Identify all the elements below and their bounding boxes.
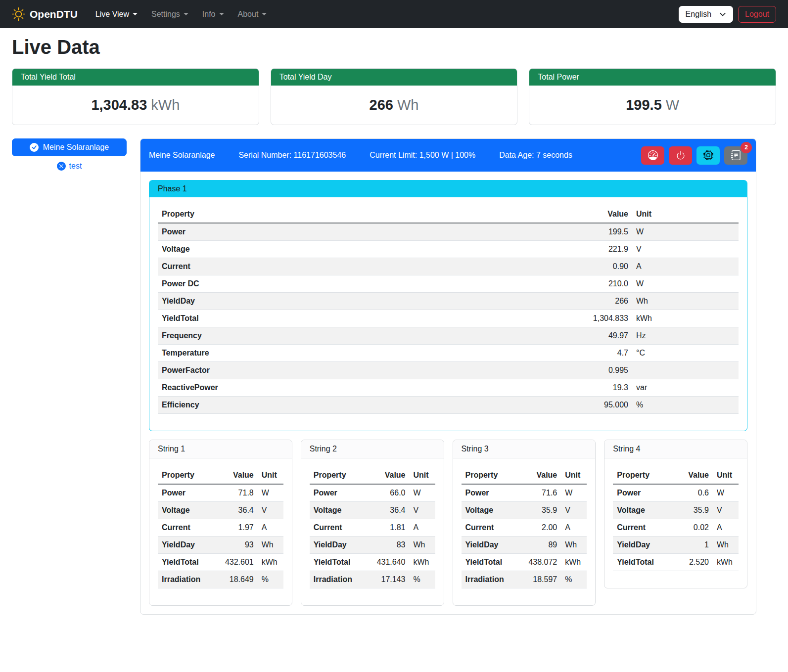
event-log-button[interactable]: 2: [724, 146, 747, 165]
property-cell: Current: [158, 258, 568, 275]
inverter-select-label: Meine Solaranlage: [43, 143, 109, 152]
brand-link[interactable]: OpenDTU: [12, 7, 78, 21]
dropdown-caret-icon: [184, 13, 188, 15]
summary-card-unit: kWh: [151, 97, 180, 113]
nav-item-info[interactable]: Info: [195, 6, 231, 23]
inverter-select-button-selected[interactable]: Meine Solaranlage: [12, 138, 127, 156]
value-cell: 36.4: [212, 502, 258, 519]
unit-cell: W: [258, 484, 283, 502]
cpu-icon: [703, 150, 713, 160]
speedometer-icon: [648, 150, 658, 160]
summary-card-unit: Wh: [397, 97, 419, 113]
table-row: Efficiency 95.000 %: [158, 397, 739, 414]
unit-cell: Wh: [632, 293, 739, 310]
column-header-value: Value: [364, 467, 410, 484]
value-cell: 71.8: [212, 484, 258, 502]
page-title: Live Data: [12, 36, 776, 58]
unit-cell: V: [632, 241, 739, 258]
summary-card-value: 266: [370, 97, 393, 113]
dropdown-caret-icon: [133, 13, 138, 15]
string-card-string-2: String 2 PropertyValueUnit Power 66.0 W …: [301, 440, 444, 606]
value-cell: 17.143: [364, 571, 410, 588]
check-circle-icon: [30, 143, 39, 152]
dropdown-caret-icon: [262, 13, 267, 15]
property-cell: Irradiation: [462, 571, 516, 588]
unit-cell: W: [410, 484, 435, 502]
unit-cell: V: [258, 502, 283, 519]
power-toggle-button[interactable]: [669, 146, 692, 165]
summary-card-total-yield-day: Total Yield Day 266Wh: [271, 68, 518, 125]
event-count-badge: 2: [741, 142, 752, 153]
property-cell: YieldTotal: [462, 554, 516, 571]
value-cell: 83: [364, 537, 410, 554]
value-cell: 0.995: [568, 362, 632, 379]
column-header-value: Value: [667, 467, 713, 484]
inverter-card: Meine Solaranlage Serial Number: 1161716…: [140, 138, 756, 615]
summary-card-title: Total Power: [529, 69, 776, 86]
logout-button[interactable]: Logout: [738, 6, 776, 23]
value-cell: 1: [667, 537, 713, 554]
value-cell: 438.072: [515, 554, 561, 571]
value-cell: 71.6: [515, 484, 561, 502]
device-info-button[interactable]: [696, 146, 720, 165]
table-row: PowerFactor 0.995: [158, 362, 739, 379]
unit-cell: Wh: [410, 537, 435, 554]
inverter-select-link-test[interactable]: test: [57, 162, 82, 171]
value-cell: 1.81: [364, 519, 410, 537]
phase-table: PropertyValueUnit Power 199.5 W Voltage …: [158, 206, 739, 414]
value-cell: 221.9: [568, 241, 632, 258]
limit-settings-button[interactable]: [641, 146, 664, 165]
table-row: Current 0.02 A: [613, 519, 739, 537]
string-table: PropertyValueUnit Power 66.0 W Voltage 3…: [310, 467, 435, 588]
table-row: YieldDay 266 Wh: [158, 293, 739, 310]
string-card-string-4: String 4 PropertyValueUnit Power 0.6 W V…: [604, 440, 747, 588]
nav-items: Live View Settings Info About: [89, 6, 274, 23]
column-header-property: Property: [613, 467, 667, 484]
unit-cell: kWh: [561, 554, 587, 571]
phase-card: Phase 1 PropertyValueUnit Power 199.5 W …: [149, 180, 747, 431]
string-table: PropertyValueUnit Power 0.6 W Voltage 35…: [613, 467, 739, 571]
inverter-list: Meine Solaranlage test: [12, 138, 127, 171]
property-cell: Current: [613, 519, 667, 537]
property-cell: Current: [158, 519, 212, 537]
property-cell: Power: [158, 223, 568, 241]
property-cell: Frequency: [158, 327, 568, 345]
unit-cell: kWh: [713, 554, 739, 571]
table-row: Voltage 36.4 V: [158, 502, 283, 519]
unit-cell: %: [561, 571, 587, 588]
inverter-limit: Current Limit: 1,500 W | 100%: [370, 151, 475, 160]
table-row: YieldTotal 432.601 kWh: [158, 554, 283, 571]
language-select[interactable]: English: [679, 6, 733, 23]
property-cell: Power: [462, 484, 516, 502]
value-cell: 199.5: [568, 223, 632, 241]
table-row: YieldDay 1 Wh: [613, 537, 739, 554]
table-row: Voltage 221.9 V: [158, 241, 739, 258]
nav-item-live-view[interactable]: Live View: [89, 6, 144, 23]
unit-cell: Wh: [258, 537, 283, 554]
column-header-unit: Unit: [632, 206, 739, 223]
value-cell: 2.00: [515, 519, 561, 537]
inverter-actions: 2: [641, 146, 747, 165]
unit-cell: Wh: [561, 537, 587, 554]
value-cell: 4.7: [568, 345, 632, 362]
table-row: Power DC 210.0 W: [158, 275, 739, 293]
value-cell: 36.4: [364, 502, 410, 519]
string-table-header-row: PropertyValueUnit: [613, 467, 739, 484]
table-row: Irradiation 17.143 %: [310, 571, 435, 588]
string-card-string-1: String 1 PropertyValueUnit Power 71.8 W …: [149, 440, 292, 606]
property-cell: Power DC: [158, 275, 568, 293]
table-row: Power 199.5 W: [158, 223, 739, 241]
table-row: YieldDay 93 Wh: [158, 537, 283, 554]
value-cell: 95.000: [568, 397, 632, 414]
unit-cell: A: [713, 519, 739, 537]
property-cell: YieldDay: [310, 537, 364, 554]
property-cell: Current: [310, 519, 364, 537]
column-header-property: Property: [158, 467, 212, 484]
table-row: YieldDay 89 Wh: [462, 537, 587, 554]
unit-cell: %: [410, 571, 435, 588]
nav-item-settings[interactable]: Settings: [144, 6, 195, 23]
property-cell: PowerFactor: [158, 362, 568, 379]
nav-item-about[interactable]: About: [231, 6, 274, 23]
inverter-data-age: Data Age: 7 seconds: [499, 151, 572, 160]
property-cell: YieldDay: [613, 537, 667, 554]
